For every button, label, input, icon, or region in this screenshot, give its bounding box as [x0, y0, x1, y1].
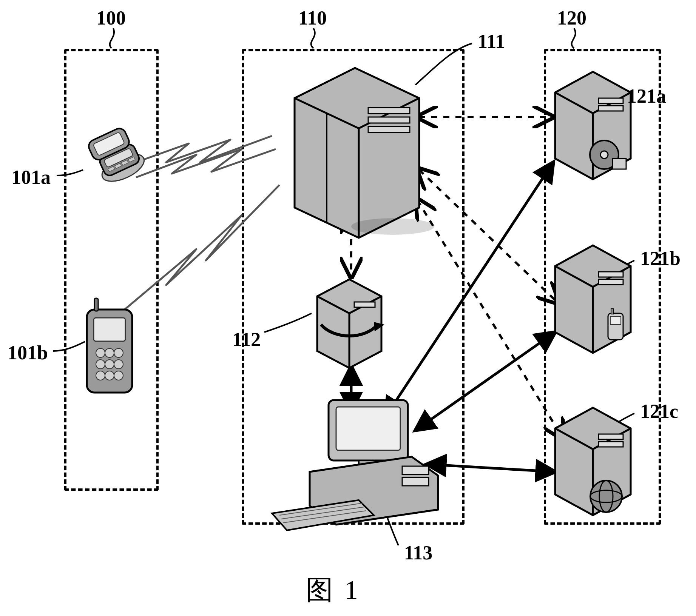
- ref-112: 112: [232, 328, 261, 351]
- ref-121a: 121a: [627, 85, 666, 107]
- ref-101a: 101a: [11, 166, 51, 188]
- ref-110: 110: [298, 7, 327, 29]
- group-120-box: [544, 49, 661, 525]
- ref-121b: 121b: [640, 247, 681, 270]
- ref-101b: 101b: [8, 342, 48, 364]
- figure-caption: 图 1: [306, 572, 360, 608]
- ref-121c: 121c: [640, 400, 678, 422]
- ref-100: 100: [96, 7, 126, 29]
- ref-113: 113: [404, 542, 432, 564]
- group-100-box: [64, 49, 159, 491]
- ref-120: 120: [557, 7, 586, 29]
- group-110-box: [242, 49, 465, 525]
- ref-111: 111: [478, 30, 505, 52]
- figure-stage: 100 110 120 111 121a 121b 121c 101a 101b…: [0, 0, 696, 616]
